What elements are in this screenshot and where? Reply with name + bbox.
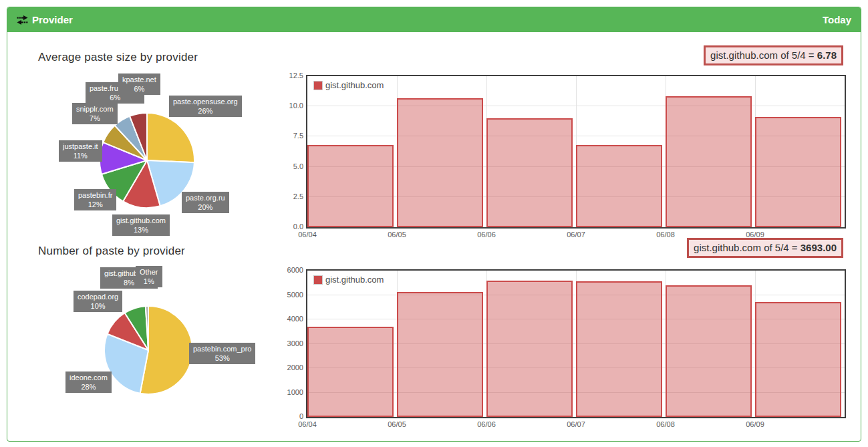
y-axis-tick: 3000 bbox=[274, 339, 303, 347]
chart-legend: gist.github.com bbox=[313, 275, 384, 285]
chart-legend: gist.github.com bbox=[313, 80, 384, 90]
y-axis-tick: 7.5 bbox=[274, 132, 303, 140]
bar-06/08 bbox=[666, 96, 752, 227]
pie1-title: Average paste size by provider bbox=[38, 51, 198, 64]
summary-value: 3693.00 bbox=[801, 242, 837, 253]
pie-slice-label-orgru: paste.org.ru20% bbox=[182, 192, 229, 213]
y-axis-tick: 2000 bbox=[274, 363, 303, 371]
y-axis-tick: 10.0 bbox=[274, 102, 303, 110]
pie2-title: Number of paste by provider bbox=[38, 245, 185, 258]
bar-06/04 bbox=[307, 327, 394, 417]
y-axis-tick: 0.0 bbox=[274, 222, 303, 231]
bar-06/06 bbox=[486, 281, 573, 417]
panel-header: Provider Today bbox=[7, 7, 861, 32]
bar-06/07 bbox=[576, 145, 662, 227]
summary-prefix: gist.github.com of 5/4 = bbox=[694, 242, 801, 253]
x-axis-tick: 06/05 bbox=[388, 231, 406, 239]
pie-slice-label-ideone: ideone.com28% bbox=[65, 371, 112, 393]
panel-header-left: Provider bbox=[17, 14, 73, 25]
legend-swatch bbox=[313, 81, 323, 90]
legend-label: gist.github.com bbox=[325, 275, 384, 285]
bar-06/09 bbox=[755, 302, 841, 417]
pie-slice-label-codepad: codepad.org10% bbox=[74, 291, 122, 312]
x-axis-tick: 06/07 bbox=[567, 420, 585, 428]
y-axis-tick: 1000 bbox=[274, 388, 303, 396]
x-axis-tick: 06/09 bbox=[746, 420, 764, 428]
x-axis-tick: 06/08 bbox=[656, 231, 675, 239]
pie-slice-label-pastebinfr: pastebin.fr12% bbox=[74, 189, 116, 210]
x-axis-tick: 06/04 bbox=[298, 420, 317, 428]
panel-body: Average paste size by provider kpaste.ne… bbox=[7, 32, 861, 441]
legend-swatch bbox=[313, 275, 323, 285]
pie-slice-label-gist: gist.github.com13% bbox=[112, 214, 170, 236]
pie-slice-label-other: Other1% bbox=[136, 266, 162, 287]
y-axis-tick: 0 bbox=[274, 412, 303, 420]
y-axis-tick: 5.0 bbox=[274, 162, 303, 170]
pie-slice-label-opensuse: paste.opensuse.org26% bbox=[169, 96, 242, 117]
bar-chart-average-paste-size: gist.github.com0.02.55.07.510.012.506/04… bbox=[306, 75, 846, 229]
y-axis-tick: 12.5 bbox=[274, 71, 303, 80]
pie-slice-label-pastebinpro: pastebin.com_pro53% bbox=[189, 343, 255, 364]
bar-06/08 bbox=[666, 285, 752, 417]
y-axis-tick: 6000 bbox=[274, 266, 303, 274]
summary-prefix: gist.github.com of 5/4 = bbox=[710, 49, 817, 61]
pie-slice-label-snipplr: snipplr.com7% bbox=[72, 103, 118, 124]
y-axis-tick: 5000 bbox=[274, 291, 303, 299]
x-axis-tick: 06/04 bbox=[298, 231, 317, 239]
bar-06/04 bbox=[307, 145, 394, 227]
x-axis-tick: 06/07 bbox=[567, 231, 585, 239]
legend-label: gist.github.com bbox=[325, 80, 384, 90]
y-axis-tick: 2.5 bbox=[274, 192, 303, 200]
x-axis-tick: 06/08 bbox=[656, 420, 675, 428]
x-axis-tick: 06/05 bbox=[388, 420, 406, 428]
bar-06/06 bbox=[486, 118, 573, 227]
panel-title: Provider bbox=[32, 14, 73, 25]
pie-slice-paste.opensuse.org bbox=[147, 113, 194, 162]
bar-06/09 bbox=[755, 117, 841, 227]
x-axis-tick: 06/06 bbox=[477, 420, 496, 428]
pie-slice-label-justpaste: justpaste.it11% bbox=[59, 140, 102, 162]
pie-chart-number-of-paste bbox=[102, 303, 195, 397]
pie-slice-label-kpaste: kpaste.net6% bbox=[118, 73, 160, 95]
bar-06/07 bbox=[576, 281, 662, 417]
y-axis-tick: 4000 bbox=[274, 315, 303, 323]
bar-chart-number-of-paste: gist.github.com0100020003000400050006000… bbox=[306, 269, 846, 418]
transfer-icon bbox=[17, 15, 28, 25]
provider-panel: Provider Today Average paste size by pro… bbox=[7, 7, 861, 442]
count-summary-box: gist.github.com of 5/4 = 3693.00 bbox=[687, 238, 843, 258]
x-axis-tick: 06/06 bbox=[477, 231, 496, 239]
summary-value: 6.78 bbox=[817, 49, 837, 61]
bar-06/05 bbox=[397, 292, 483, 417]
average-summary-box: gist.github.com of 5/4 = 6.78 bbox=[704, 45, 843, 65]
bar-06/05 bbox=[397, 98, 483, 227]
today-button[interactable]: Today bbox=[823, 14, 851, 25]
